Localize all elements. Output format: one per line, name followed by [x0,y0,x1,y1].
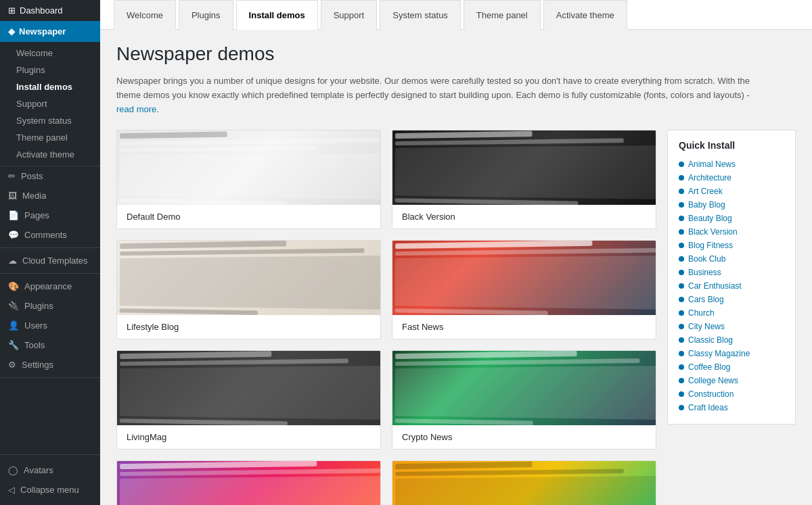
quick-dot [679,256,684,262]
quick-install-item[interactable]: Classy Magazine [679,347,784,360]
sidebar-item-plugins[interactable]: Plugins [0,62,100,78]
tab-activate-theme[interactable]: Activate theme [543,0,627,30]
media-label: Media [22,191,46,201]
quick-install-item[interactable]: Classic Blog [679,333,784,347]
quick-install-item-label: Business [688,268,721,277]
demo-label-crypto: Crypto News [392,425,656,449]
newspaper-icon: ◈ [8,26,15,37]
mock-browser-fastnews [392,241,656,315]
collapse-label: Collapse menu [20,485,79,495]
quick-install-item[interactable]: Business [679,266,784,279]
quick-dot [679,270,684,275]
mock-browser-lifestyle [117,241,380,315]
demo-card-crypto[interactable]: Crypto News [392,350,656,450]
sidebar-item-comments[interactable]: 💬 Comments [0,225,100,245]
tab-theme-panel[interactable]: Theme panel [464,0,541,30]
avatars-icon: ◯ [8,465,18,475]
sidebar-item-tools[interactable]: 🔧 Tools [0,335,100,355]
quick-install-item[interactable]: Church [679,306,784,320]
sidebar-item-pages[interactable]: 📄 Pages [0,206,100,225]
settings-icon: ⚙ [8,360,16,370]
quick-install-item[interactable]: City News [679,320,784,333]
demo-label-livingmag: LivingMag [117,425,380,449]
sidebar-item-appearance[interactable]: 🎨 Appearance [0,276,100,296]
quick-install-item[interactable]: Architecture [679,171,784,185]
quick-install-item-label: Car Enthusiast [688,281,742,291]
plugins-label: Plugins [24,301,53,311]
sidebar-item-support[interactable]: Support [0,95,100,112]
demo-card-fastnews[interactable]: Fast News [392,240,656,339]
tab-install-demos[interactable]: Install demos [236,0,318,30]
demo-card-craft[interactable]: Craft Ideas [392,460,656,505]
sidebar-item-install-demos[interactable]: Install demos [0,78,100,95]
tools-label: Tools [24,340,45,350]
quick-install-item[interactable]: Cars Blog [679,293,784,306]
sidebar-item-plugins[interactable]: 🔌 Plugins [0,296,100,316]
page-title: Newspaper demos [116,43,796,65]
sidebar-divider-3 [0,377,100,378]
sidebar-divider-2 [0,273,100,274]
quick-dot [679,351,684,356]
demo-card-black[interactable]: Black Version [392,130,656,229]
dashboard-icon: ⊞ [8,5,16,16]
cloud-icon: ☁ [8,256,17,266]
quick-install-item[interactable]: Animal News [679,158,784,171]
quick-dot [679,283,684,289]
quick-install-item-label: Baby Blog [688,200,725,210]
tab-support[interactable]: Support [321,0,378,30]
quick-install-item[interactable]: Car Enthusiast [679,279,784,293]
sidebar-item-welcome[interactable]: Welcome [0,45,100,62]
top-nav: Welcome Plugins Install demos Support Sy… [100,0,812,30]
quick-install-item-label: Art Creek [688,187,723,196]
sidebar-item-avatars[interactable]: ◯ Avatars [0,460,100,480]
sidebar-collapse-menu[interactable]: ◁ Collapse menu [0,480,100,500]
quick-install-list: Animal NewsArchitectureArt CreekBaby Blo… [679,158,784,414]
page-description: Newspaper brings you a number of unique … [116,74,766,116]
quick-install-item[interactable]: Craft Ideas [679,401,784,414]
quick-install-item[interactable]: Baby Blog [679,198,784,212]
demo-card-lifestyle[interactable]: Lifestyle Blog [116,240,381,339]
demo-label-black: Black Version [392,205,656,229]
demo-card-gossip[interactable]: Gossip [116,460,381,505]
quick-dot [679,378,684,383]
quick-dot [679,243,684,248]
sidebar-item-newspaper[interactable]: ◈ Newspaper [0,21,100,42]
read-more-link[interactable]: read more. [116,104,159,114]
posts-icon: ✏ [8,171,16,181]
quick-install-item[interactable]: College News [679,374,784,387]
sidebar-item-system-status[interactable]: System status [0,112,100,129]
comments-label: Comments [24,230,67,240]
sidebar-item-settings[interactable]: ⚙ Settings [0,355,100,375]
demo-card-default[interactable]: Default Demo [116,130,381,229]
tab-welcome[interactable]: Welcome [114,0,176,30]
mock-browser-crypto [392,351,656,425]
mock-browser-craft [392,461,656,505]
quick-install-item[interactable]: Construction [679,387,784,401]
quick-install-item-label: Black Version [688,227,738,237]
quick-install-item[interactable]: Blog Fitness [679,239,784,252]
sidebar-item-dashboard[interactable]: ⊞ Dashboard [0,0,100,21]
demo-image-craft [392,461,656,505]
sidebar-item-media[interactable]: 🖼 Media [0,186,100,206]
tab-plugins[interactable]: Plugins [179,0,233,30]
avatars-label: Avatars [24,465,53,475]
demo-image-lifestyle [117,241,380,315]
quick-install-item[interactable]: Book Club [679,252,784,266]
demo-image-default [117,130,380,205]
quick-dot [679,364,684,370]
quick-install-item-label: Beauty Blog [688,214,732,223]
description-text: Newspaper brings you a number of unique … [116,76,750,100]
sidebar-item-posts[interactable]: ✏ Posts [0,166,100,186]
sidebar-item-cloud-templates[interactable]: ☁ Cloud Templates [0,251,100,270]
quick-install-panel: Quick Install Animal NewsArchitectureArt… [667,130,796,425]
demo-card-livingmag[interactable]: LivingMag [116,350,381,450]
quick-install-item[interactable]: Beauty Blog [679,212,784,225]
sidebar-item-theme-panel[interactable]: Theme panel [0,129,100,146]
mock-browser-black [392,130,656,205]
quick-install-item[interactable]: Art Creek [679,185,784,198]
quick-install-item[interactable]: Coffee Blog [679,360,784,374]
sidebar-item-users[interactable]: 👤 Users [0,316,100,335]
quick-install-item[interactable]: Black Version [679,225,784,239]
sidebar-item-activate-theme[interactable]: Activate theme [0,146,100,163]
tab-system-status[interactable]: System status [380,0,461,30]
